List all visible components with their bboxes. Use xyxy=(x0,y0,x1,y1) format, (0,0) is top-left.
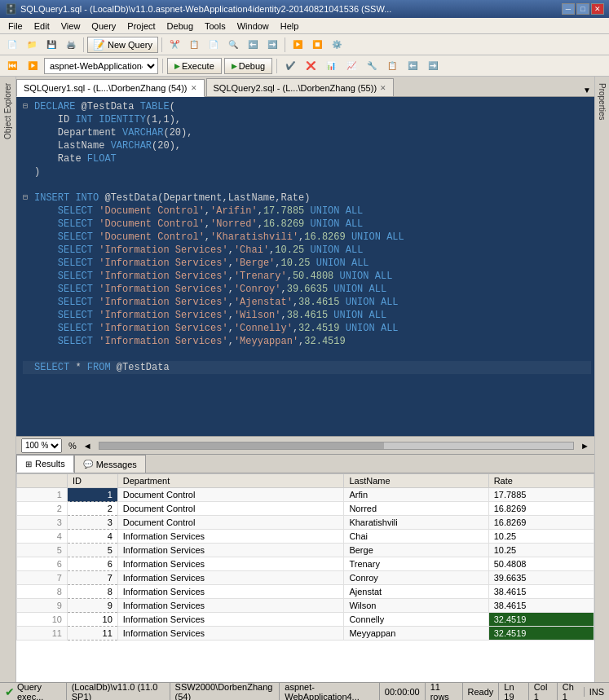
tab-sqlquery1-close[interactable]: ✕ xyxy=(191,84,197,92)
result-tab-messages[interactable]: 💬 Messages xyxy=(74,455,146,473)
tab-sqlquery1[interactable]: SQLQuery1.sql - (L...\DorbenZhang (54)) … xyxy=(16,79,205,97)
cell-rownum: 4 xyxy=(17,530,68,544)
object-explorer-label[interactable]: Object Explorer xyxy=(2,80,14,143)
tab-sqlquery1-label: SQLQuery1.sql - (L...\DorbenZhang (54)) xyxy=(24,83,188,93)
result-tab-results[interactable]: ⊞ Results xyxy=(16,455,74,473)
cell-department: Document Control xyxy=(117,502,344,516)
table-row[interactable]: 44Information ServicesChai10.25 xyxy=(17,530,594,544)
menu-file[interactable]: File xyxy=(3,20,28,32)
close-button[interactable]: ✕ xyxy=(591,3,604,15)
execute-button[interactable]: ▶ Execute xyxy=(167,58,222,74)
toolbar-btn-7[interactable]: 📄 xyxy=(205,37,223,53)
toolbar-btn-8[interactable]: 🔍 xyxy=(224,37,242,53)
toolbar-btn-5[interactable]: ✂️ xyxy=(165,37,183,53)
toolbar-btn-12[interactable]: ⏹️ xyxy=(308,37,326,53)
horizontal-scrollbar[interactable] xyxy=(99,442,574,450)
code-token xyxy=(93,335,99,348)
table-row[interactable]: 11Document ControlArfin17.7885 xyxy=(17,488,594,502)
toolbar2-btn-1[interactable]: ⏮️ xyxy=(3,58,21,74)
code-token xyxy=(34,257,58,270)
code-token: 'Information Services' xyxy=(99,244,227,257)
toolbar2-btn-10[interactable]: ➡️ xyxy=(424,58,442,74)
maximize-button[interactable]: □ xyxy=(576,3,589,15)
tab-sqlquery2-close[interactable]: ✕ xyxy=(380,84,386,92)
table-row[interactable]: 55Information ServicesBerge10.25 xyxy=(17,544,594,557)
toolbar-btn-3[interactable]: 💾 xyxy=(42,37,60,53)
toolbar2-btn-9[interactable]: ⬅️ xyxy=(404,58,421,74)
menu-help[interactable]: Help xyxy=(276,20,304,32)
toolbar-btn-6[interactable]: 📋 xyxy=(185,37,203,53)
table-row[interactable]: 33Document ControlKharatishvili16.8269 xyxy=(17,516,594,530)
scrollbar-left[interactable]: ◄ xyxy=(83,441,92,451)
col-header-lastname[interactable]: LastName xyxy=(344,474,488,488)
table-row[interactable]: 66Information ServicesTrenary50.4808 xyxy=(17,557,594,571)
code-token xyxy=(93,205,99,218)
execute-icon: ▶ xyxy=(174,62,180,70)
status-col: Col 1 xyxy=(528,682,557,701)
table-row[interactable]: 22Document ControlNorred16.8269 xyxy=(17,502,594,516)
debug-label: Debug xyxy=(239,61,265,71)
properties-label[interactable]: Properties xyxy=(596,80,608,124)
col-header-rate[interactable]: Rate xyxy=(488,474,594,488)
toolbar-btn-9[interactable]: ⬅️ xyxy=(244,37,262,53)
fold-indicator[interactable]: ⊟ xyxy=(23,192,31,205)
code-token: IDENTITY xyxy=(99,113,146,126)
code-token: 'Information Services' xyxy=(99,257,227,270)
menu-view[interactable]: View xyxy=(56,20,86,32)
table-row[interactable]: 1111Information ServicesMeyyappan32.4519 xyxy=(17,627,594,641)
table-row[interactable]: 1010Information ServicesConnelly32.4519 xyxy=(17,613,594,627)
minimize-button[interactable]: ─ xyxy=(562,3,575,15)
code-token xyxy=(363,309,368,322)
code-token xyxy=(93,309,99,322)
code-token: SELECT xyxy=(58,231,93,244)
toolbar2-btn-3[interactable]: ✔️ xyxy=(281,58,299,74)
toolbar-btn-4[interactable]: 🖨️ xyxy=(62,37,80,53)
toolbar-btn-11[interactable]: ▶️ xyxy=(289,37,307,53)
menu-query[interactable]: Query xyxy=(86,20,121,32)
status-ins: INS xyxy=(584,687,609,697)
toolbar2-btn-6[interactable]: 📈 xyxy=(342,58,360,74)
toolbar-btn-10[interactable]: ➡️ xyxy=(263,37,281,53)
cell-department: Information Services xyxy=(117,599,344,613)
col-header-department[interactable]: Department xyxy=(117,474,344,488)
menu-window[interactable]: Window xyxy=(232,20,274,32)
menu-edit[interactable]: Edit xyxy=(29,20,55,32)
col-header-id[interactable]: ID xyxy=(67,474,117,488)
toolbar2-btn-8[interactable]: 📋 xyxy=(383,58,401,74)
toolbar-btn-13[interactable]: ⚙️ xyxy=(328,37,346,53)
menu-debug[interactable]: Debug xyxy=(162,20,198,32)
table-row[interactable]: 99Information ServicesWilson38.4615 xyxy=(17,599,594,613)
debug-button[interactable]: ▶ Debug xyxy=(224,58,272,74)
toolbar2-btn-2[interactable]: ▶️ xyxy=(24,58,42,74)
tab-sqlquery2[interactable]: SQLQuery2.sql - (L...\DorbenZhang (55)) … xyxy=(206,78,395,96)
app-icon: 🗄️ xyxy=(5,3,17,15)
results-panel: ⊞ Results 💬 Messages ID Department xyxy=(16,454,594,682)
toolbar2-btn-4[interactable]: ❌ xyxy=(302,58,320,74)
code-token: 'Wilson' xyxy=(234,309,281,322)
fold-indicator xyxy=(23,178,31,192)
sql-editor[interactable]: ⊟DECLARE @TestData TABLE( ID INT IDENTIT… xyxy=(16,97,594,436)
cell-rownum: 9 xyxy=(17,599,68,613)
toolbar-btn-2[interactable]: 📁 xyxy=(23,37,41,53)
toolbar-btn-1[interactable]: 📄 xyxy=(3,37,21,53)
results-table-container[interactable]: ID Department LastName Rate 11Document C… xyxy=(16,473,594,682)
code-token xyxy=(93,296,99,309)
menu-project[interactable]: Project xyxy=(122,20,160,32)
menu-tools[interactable]: Tools xyxy=(200,20,231,32)
fold-indicator[interactable]: ⊟ xyxy=(23,100,31,113)
zoom-dropdown[interactable]: 100 % xyxy=(21,438,62,453)
database-dropdown[interactable]: aspnet-WebApplication4ide... xyxy=(44,58,158,74)
table-row[interactable]: 88Information ServicesAjenstat38.4615 xyxy=(17,585,594,599)
tabs-dropdown[interactable]: ▼ xyxy=(580,84,594,96)
fold-indicator xyxy=(23,296,31,309)
new-query-button[interactable]: 📝 New Query xyxy=(87,37,158,53)
toolbar2-btn-5[interactable]: 📊 xyxy=(322,58,340,74)
status-ok-icon: ✔ xyxy=(5,685,15,698)
code-token: SELECT xyxy=(58,205,93,218)
toolbar2-btn-7[interactable]: 🔧 xyxy=(363,58,381,74)
cell-id: 5 xyxy=(67,544,117,557)
code-token: VARCHAR xyxy=(122,126,163,139)
scrollbar-right[interactable]: ► xyxy=(580,441,589,451)
code-token xyxy=(304,218,310,231)
table-row[interactable]: 77Information ServicesConroy39.6635 xyxy=(17,571,594,585)
